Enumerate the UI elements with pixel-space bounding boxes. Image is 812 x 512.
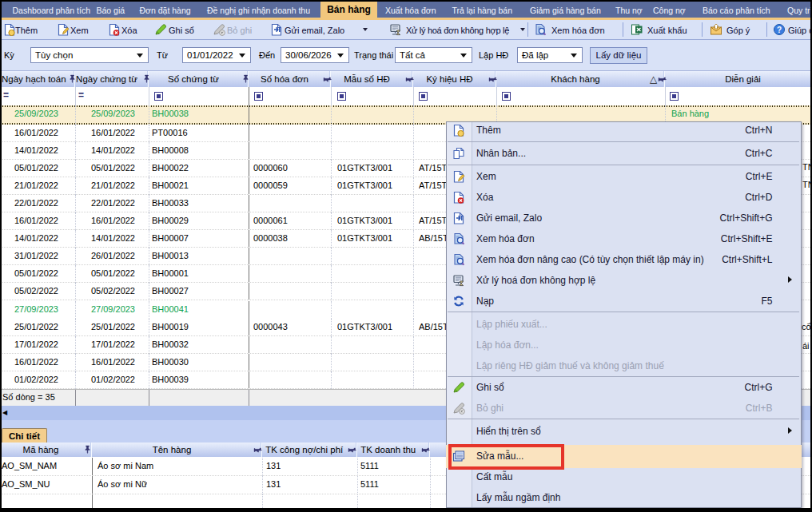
svg-text:?: ? [777, 26, 782, 34]
